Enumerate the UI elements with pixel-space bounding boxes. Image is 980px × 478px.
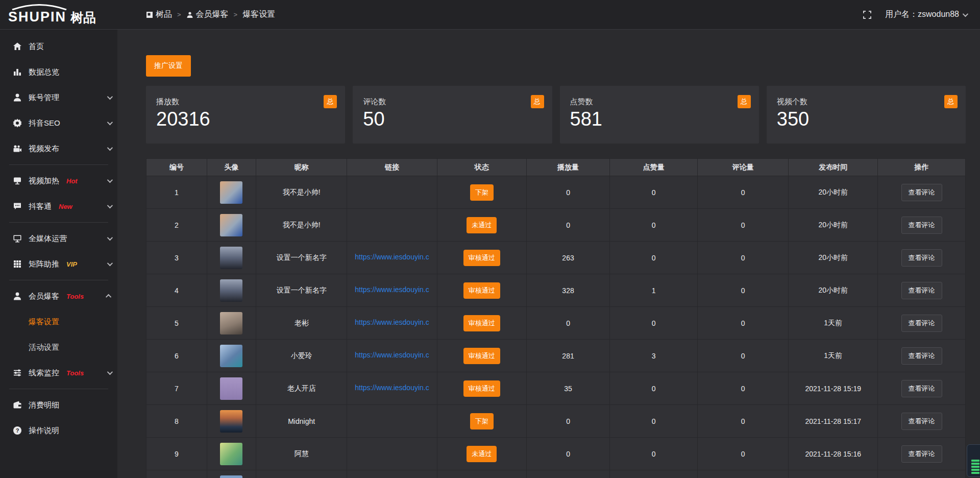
page-title: 爆客设置 xyxy=(242,9,275,20)
view-comments-button[interactable]: 查看评论 xyxy=(901,380,942,397)
video-link[interactable]: https://www.iesdouyin.c xyxy=(355,253,429,261)
table-row: 7 老人开店 https://www.iesdouyin.c 审核通过 35 0… xyxy=(146,372,966,405)
col-status: 状态 xyxy=(437,159,526,176)
chevron-down-icon xyxy=(107,203,113,208)
breadcrumb: 树品 > 会员爆客 > 爆客设置 xyxy=(146,9,275,20)
chevron-down-icon xyxy=(107,260,113,266)
sidebar-item-douyin-seo[interactable]: 抖音SEO xyxy=(0,110,117,136)
status-badge[interactable]: 审核通过 xyxy=(463,282,500,299)
grid-icon xyxy=(13,259,22,269)
table-row: 4 设置一个新名字 https://www.iesdouyin.c 审核通过 3… xyxy=(146,274,966,307)
sidebar-item-home[interactable]: 首页 xyxy=(0,34,117,59)
wallet-icon xyxy=(13,400,22,410)
breadcrumb-current: 爆客设置 xyxy=(242,9,275,20)
table-row: 1 我不是小帅! 下架 0 0 0 20小时前 查看评论 xyxy=(146,176,966,209)
total-badge: 总 xyxy=(531,95,544,108)
hot-badge: Hot xyxy=(66,177,78,185)
chevron-down-icon xyxy=(107,235,113,241)
chat-icon xyxy=(13,202,22,211)
user-icon xyxy=(13,93,22,102)
stat-card-videos: 视频个数 350 总 xyxy=(767,86,966,144)
view-comments-button[interactable]: 查看评论 xyxy=(901,184,942,201)
video-link[interactable]: https://www.iesdouyin.c xyxy=(355,318,429,326)
sidebar: 首页 数据总览 账号管理 抖音SEO 视频发布 视频加热 Hot 抖客通 New… xyxy=(0,30,117,478)
divider xyxy=(9,389,108,389)
member-icon xyxy=(13,292,22,301)
sidebar-item-douketong[interactable]: 抖客通 New xyxy=(0,194,117,219)
user-menu[interactable]: 用户名：zswodun88 xyxy=(885,9,967,20)
breadcrumb-home[interactable]: 树品 xyxy=(146,9,172,20)
status-badge[interactable]: 下架 xyxy=(470,184,494,201)
table-row: 6 小爱玲 https://www.iesdouyin.c 审核通过 281 3… xyxy=(146,340,966,372)
chevron-up-icon xyxy=(106,294,111,300)
view-comments-button[interactable]: 查看评论 xyxy=(901,315,942,332)
divider xyxy=(9,222,108,223)
status-badge[interactable]: 未通过 xyxy=(467,217,497,233)
stat-value: 20316 xyxy=(156,109,337,130)
app-logo[interactable]: SHUPIN 树品 xyxy=(0,5,117,24)
avatar xyxy=(220,443,242,465)
status-badge[interactable]: 审核通过 xyxy=(463,380,500,397)
avatar xyxy=(220,377,242,400)
view-comments-button[interactable]: 查看评论 xyxy=(901,217,942,234)
status-badge[interactable]: 下架 xyxy=(470,413,494,429)
breadcrumb-separator: > xyxy=(177,11,181,18)
view-comments-button[interactable]: 查看评论 xyxy=(901,347,942,365)
chevron-down-icon xyxy=(107,94,113,100)
sidebar-item-media-operation[interactable]: 全媒体运营 xyxy=(0,226,117,251)
svg-text:?: ? xyxy=(16,427,19,434)
total-badge: 总 xyxy=(738,95,751,108)
chevron-down-icon xyxy=(107,119,113,125)
avatar xyxy=(220,475,242,478)
sidebar-item-operation-guide[interactable]: ? 操作说明 xyxy=(0,418,117,443)
video-camera-icon xyxy=(13,144,22,153)
sidebar-item-video-heat[interactable]: 视频加热 Hot xyxy=(0,168,117,194)
video-link[interactable]: https://www.iesdouyin.c xyxy=(355,351,429,359)
video-link[interactable]: https://www.iesdouyin.c xyxy=(355,285,429,294)
avatar xyxy=(220,214,242,236)
stat-value: 350 xyxy=(777,109,958,130)
stat-value: 50 xyxy=(363,109,544,130)
tools-badge: Tools xyxy=(66,293,84,300)
stat-value: 581 xyxy=(570,109,751,130)
fullscreen-icon[interactable] xyxy=(863,10,872,19)
chevron-down-icon xyxy=(107,177,113,183)
avatar xyxy=(220,247,242,269)
status-badge[interactable]: 审核通过 xyxy=(463,348,500,364)
view-comments-button[interactable]: 查看评论 xyxy=(901,413,942,430)
sidebar-item-member-baoke[interactable]: 会员爆客 Tools xyxy=(0,283,117,309)
status-badge[interactable]: 审核通过 xyxy=(463,315,500,331)
status-badge[interactable]: 未通过 xyxy=(467,446,497,462)
avatar xyxy=(220,312,242,334)
sidebar-item-clue-monitor[interactable]: 线索监控 Tools xyxy=(0,360,117,386)
view-comments-button[interactable]: 查看评论 xyxy=(901,282,942,299)
sidebar-subitem-baoke-settings[interactable]: 爆客设置 xyxy=(0,309,117,334)
floating-widget[interactable] xyxy=(967,444,980,477)
col-link: 链接 xyxy=(347,159,437,176)
sidebar-item-account[interactable]: 账号管理 xyxy=(0,85,117,110)
user-icon xyxy=(186,11,193,18)
col-nickname: 昵称 xyxy=(256,159,347,176)
promotion-settings-button[interactable]: 推广设置 xyxy=(146,55,191,77)
sidebar-item-consume-detail[interactable]: 消费明细 xyxy=(0,392,117,418)
gear-icon xyxy=(13,118,22,128)
logo-text-cn: 树品 xyxy=(70,11,96,24)
view-comments-button[interactable]: 查看评论 xyxy=(901,249,942,267)
video-link[interactable]: https://www.iesdouyin.c xyxy=(355,384,429,392)
sidebar-item-video-publish[interactable]: 视频发布 xyxy=(0,136,117,161)
view-comments-button[interactable]: 查看评论 xyxy=(901,445,942,463)
avatar xyxy=(220,279,242,302)
sidebar-item-matrix-boost[interactable]: 矩阵助推 VIP xyxy=(0,251,117,277)
col-comments: 评论量 xyxy=(698,159,789,176)
col-action: 操作 xyxy=(878,159,966,176)
sidebar-subitem-activity-settings[interactable]: 活动设置 xyxy=(0,334,117,360)
breadcrumb-label: 树品 xyxy=(156,9,172,20)
table-row: 3 设置一个新名字 https://www.iesdouyin.c 审核通过 2… xyxy=(146,242,966,274)
status-badge[interactable]: 审核通过 xyxy=(463,250,500,266)
videos-table: 编号 头像 昵称 链接 状态 播放量 点赞量 评论量 发布时间 操作 1 我不是… xyxy=(146,158,966,478)
stat-card-plays: 播放数 20316 总 xyxy=(146,86,345,144)
sidebar-item-data-overview[interactable]: 数据总览 xyxy=(0,59,117,85)
breadcrumb-member[interactable]: 会员爆客 xyxy=(186,9,229,20)
monitor-icon xyxy=(13,234,22,243)
username-label: 用户名：zswodun88 xyxy=(885,9,959,20)
